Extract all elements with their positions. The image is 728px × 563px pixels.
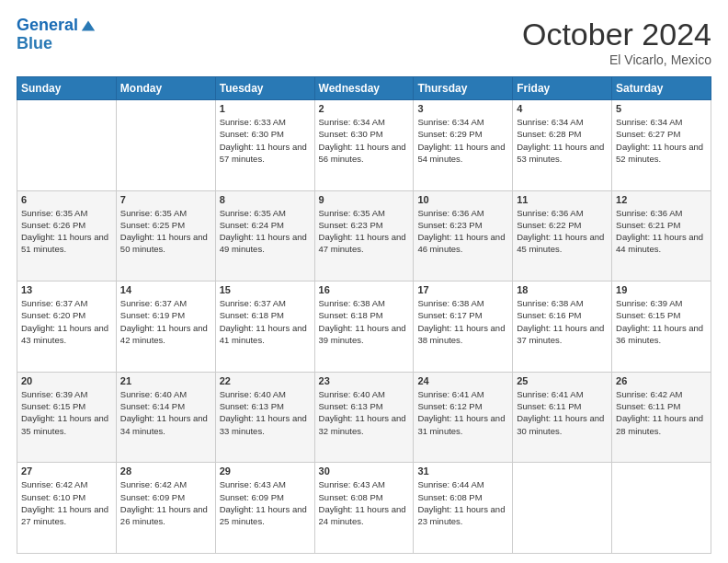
day-number: 4 bbox=[517, 103, 608, 114]
calendar-cell: 31Sunrise: 6:44 AMSunset: 6:08 PMDayligh… bbox=[414, 463, 513, 554]
day-number: 14 bbox=[120, 284, 211, 295]
day-number: 17 bbox=[417, 284, 508, 295]
day-info: Sunrise: 6:42 AMSunset: 6:10 PMDaylight:… bbox=[21, 478, 112, 527]
day-number: 30 bbox=[319, 465, 410, 477]
weekday-header-tuesday: Tuesday bbox=[215, 77, 314, 100]
calendar-cell: 11Sunrise: 6:36 AMSunset: 6:22 PMDayligh… bbox=[513, 190, 612, 282]
calendar-cell: 26Sunrise: 6:42 AMSunset: 6:11 PMDayligh… bbox=[612, 372, 711, 463]
day-number: 31 bbox=[417, 465, 508, 477]
day-number: 10 bbox=[417, 194, 508, 205]
calendar-cell: 20Sunrise: 6:39 AMSunset: 6:15 PMDayligh… bbox=[17, 372, 117, 463]
day-number: 25 bbox=[517, 375, 608, 386]
day-info: Sunrise: 6:42 AMSunset: 6:11 PMDaylight:… bbox=[616, 388, 707, 437]
calendar-table: SundayMondayTuesdayWednesdayThursdayFrid… bbox=[17, 76, 711, 554]
calendar-cell: 21Sunrise: 6:40 AMSunset: 6:14 PMDayligh… bbox=[116, 372, 215, 463]
day-info: Sunrise: 6:34 AMSunset: 6:30 PMDaylight:… bbox=[319, 116, 410, 165]
calendar-cell: 17Sunrise: 6:38 AMSunset: 6:17 PMDayligh… bbox=[414, 282, 513, 373]
calendar-cell: 25Sunrise: 6:41 AMSunset: 6:11 PMDayligh… bbox=[513, 372, 612, 463]
calendar-cell: 19Sunrise: 6:39 AMSunset: 6:15 PMDayligh… bbox=[612, 282, 711, 373]
day-number: 22 bbox=[220, 375, 311, 386]
calendar-week-4: 20Sunrise: 6:39 AMSunset: 6:15 PMDayligh… bbox=[17, 372, 711, 463]
day-info: Sunrise: 6:35 AMSunset: 6:25 PMDaylight:… bbox=[120, 207, 211, 256]
day-info: Sunrise: 6:39 AMSunset: 6:15 PMDaylight:… bbox=[21, 388, 112, 437]
day-info: Sunrise: 6:43 AMSunset: 6:08 PMDaylight:… bbox=[319, 478, 410, 527]
calendar-week-5: 27Sunrise: 6:42 AMSunset: 6:10 PMDayligh… bbox=[17, 463, 711, 554]
day-info: Sunrise: 6:43 AMSunset: 6:09 PMDaylight:… bbox=[220, 478, 311, 527]
day-number: 9 bbox=[319, 194, 410, 205]
calendar-header-row: SundayMondayTuesdayWednesdayThursdayFrid… bbox=[17, 77, 711, 100]
day-info: Sunrise: 6:34 AMSunset: 6:28 PMDaylight:… bbox=[517, 116, 608, 165]
header: General Blue October 2024 El Vicarlo, Me… bbox=[17, 17, 711, 67]
calendar-cell: 30Sunrise: 6:43 AMSunset: 6:08 PMDayligh… bbox=[314, 463, 414, 554]
location: El Vicarlo, Mexico bbox=[522, 52, 711, 67]
day-number: 19 bbox=[616, 284, 707, 295]
day-info: Sunrise: 6:37 AMSunset: 6:18 PMDaylight:… bbox=[220, 297, 311, 346]
day-info: Sunrise: 6:36 AMSunset: 6:23 PMDaylight:… bbox=[417, 207, 508, 256]
day-number: 27 bbox=[21, 465, 112, 477]
day-number: 16 bbox=[319, 284, 410, 295]
day-info: Sunrise: 6:38 AMSunset: 6:16 PMDaylight:… bbox=[517, 297, 608, 346]
day-info: Sunrise: 6:40 AMSunset: 6:13 PMDaylight:… bbox=[220, 388, 311, 437]
calendar-cell: 13Sunrise: 6:37 AMSunset: 6:20 PMDayligh… bbox=[17, 282, 117, 373]
calendar-cell: 1Sunrise: 6:33 AMSunset: 6:30 PMDaylight… bbox=[215, 100, 314, 191]
calendar-cell: 10Sunrise: 6:36 AMSunset: 6:23 PMDayligh… bbox=[414, 190, 513, 282]
day-info: Sunrise: 6:35 AMSunset: 6:26 PMDaylight:… bbox=[21, 207, 112, 256]
day-number: 23 bbox=[319, 375, 410, 386]
day-number: 13 bbox=[21, 284, 112, 295]
calendar-cell: 29Sunrise: 6:43 AMSunset: 6:09 PMDayligh… bbox=[215, 463, 314, 554]
day-info: Sunrise: 6:37 AMSunset: 6:19 PMDaylight:… bbox=[120, 297, 211, 346]
day-info: Sunrise: 6:41 AMSunset: 6:11 PMDaylight:… bbox=[517, 388, 608, 437]
calendar-cell: 6Sunrise: 6:35 AMSunset: 6:26 PMDaylight… bbox=[17, 190, 117, 282]
day-number: 3 bbox=[417, 103, 508, 114]
weekday-header-friday: Friday bbox=[513, 77, 612, 100]
calendar-cell: 24Sunrise: 6:41 AMSunset: 6:12 PMDayligh… bbox=[414, 372, 513, 463]
logo-text-blue: Blue bbox=[17, 35, 97, 53]
day-number: 24 bbox=[417, 375, 508, 386]
calendar-cell: 14Sunrise: 6:37 AMSunset: 6:19 PMDayligh… bbox=[116, 282, 215, 373]
title-block: October 2024 El Vicarlo, Mexico bbox=[522, 17, 711, 67]
day-number: 11 bbox=[517, 194, 608, 205]
weekday-header-sunday: Sunday bbox=[17, 77, 117, 100]
weekday-header-wednesday: Wednesday bbox=[314, 77, 414, 100]
day-info: Sunrise: 6:35 AMSunset: 6:24 PMDaylight:… bbox=[220, 207, 311, 256]
day-number: 26 bbox=[616, 375, 707, 386]
logo-text: General bbox=[17, 17, 78, 35]
calendar-cell: 9Sunrise: 6:35 AMSunset: 6:23 PMDaylight… bbox=[314, 190, 414, 282]
day-info: Sunrise: 6:39 AMSunset: 6:15 PMDaylight:… bbox=[616, 297, 707, 346]
day-number: 18 bbox=[517, 284, 608, 295]
page: General Blue October 2024 El Vicarlo, Me… bbox=[0, 0, 728, 563]
calendar-cell: 23Sunrise: 6:40 AMSunset: 6:13 PMDayligh… bbox=[314, 372, 414, 463]
day-info: Sunrise: 6:42 AMSunset: 6:09 PMDaylight:… bbox=[120, 478, 211, 527]
calendar-cell: 15Sunrise: 6:37 AMSunset: 6:18 PMDayligh… bbox=[215, 282, 314, 373]
calendar-cell bbox=[17, 100, 117, 191]
calendar-cell bbox=[513, 463, 612, 554]
day-info: Sunrise: 6:38 AMSunset: 6:17 PMDaylight:… bbox=[417, 297, 508, 346]
calendar-week-3: 13Sunrise: 6:37 AMSunset: 6:20 PMDayligh… bbox=[17, 282, 711, 373]
day-info: Sunrise: 6:41 AMSunset: 6:12 PMDaylight:… bbox=[417, 388, 508, 437]
calendar-cell: 27Sunrise: 6:42 AMSunset: 6:10 PMDayligh… bbox=[17, 463, 117, 554]
day-info: Sunrise: 6:40 AMSunset: 6:14 PMDaylight:… bbox=[120, 388, 211, 437]
logo: General Blue bbox=[17, 17, 97, 53]
calendar-cell: 3Sunrise: 6:34 AMSunset: 6:29 PMDaylight… bbox=[414, 100, 513, 191]
day-info: Sunrise: 6:33 AMSunset: 6:30 PMDaylight:… bbox=[220, 116, 311, 165]
day-number: 12 bbox=[616, 194, 707, 205]
svg-marker-0 bbox=[82, 20, 95, 30]
day-info: Sunrise: 6:34 AMSunset: 6:27 PMDaylight:… bbox=[616, 116, 707, 165]
day-number: 2 bbox=[319, 103, 410, 114]
day-info: Sunrise: 6:40 AMSunset: 6:13 PMDaylight:… bbox=[319, 388, 410, 437]
day-number: 8 bbox=[220, 194, 311, 205]
calendar-cell: 22Sunrise: 6:40 AMSunset: 6:13 PMDayligh… bbox=[215, 372, 314, 463]
day-number: 21 bbox=[120, 375, 211, 386]
day-number: 1 bbox=[220, 103, 311, 114]
calendar-cell bbox=[612, 463, 711, 554]
calendar-week-2: 6Sunrise: 6:35 AMSunset: 6:26 PMDaylight… bbox=[17, 190, 711, 282]
day-number: 15 bbox=[220, 284, 311, 295]
weekday-header-thursday: Thursday bbox=[414, 77, 513, 100]
weekday-header-saturday: Saturday bbox=[612, 77, 711, 100]
day-number: 6 bbox=[21, 194, 112, 205]
calendar-cell: 16Sunrise: 6:38 AMSunset: 6:18 PMDayligh… bbox=[314, 282, 414, 373]
day-info: Sunrise: 6:35 AMSunset: 6:23 PMDaylight:… bbox=[319, 207, 410, 256]
day-info: Sunrise: 6:36 AMSunset: 6:21 PMDaylight:… bbox=[616, 207, 707, 256]
calendar-cell: 2Sunrise: 6:34 AMSunset: 6:30 PMDaylight… bbox=[314, 100, 414, 191]
day-number: 5 bbox=[616, 103, 707, 114]
